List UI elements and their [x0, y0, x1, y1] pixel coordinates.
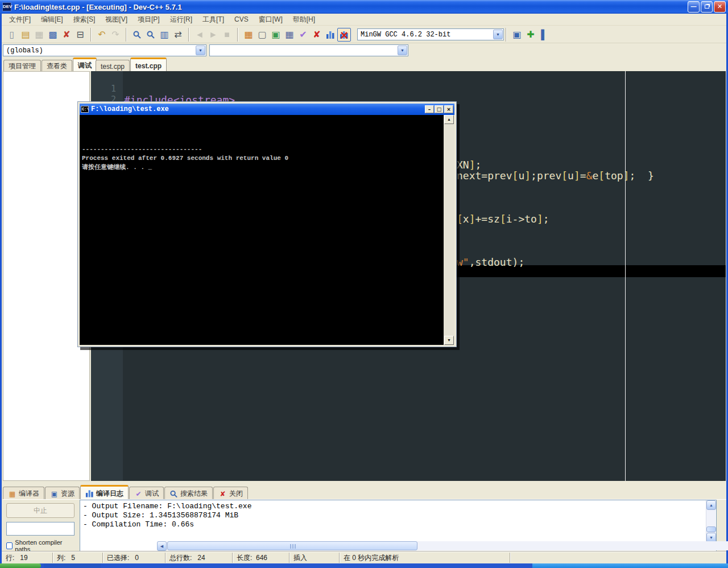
toolbar: ▯▤▦▩✘⊟ ↶↷ ▥⇄ ◄►■ ▦▢▣▦✔✘ MinGW GCC 4.6.2 … — [2, 26, 726, 43]
tab-close-panel[interactable]: ✘ 关闭 — [213, 487, 248, 499]
console-window[interactable]: C:\ F:\loading\test.exe – □ × ----------… — [77, 101, 457, 347]
back-icon[interactable]: ◄ — [193, 28, 206, 42]
open-file-icon[interactable]: ▤ — [19, 28, 32, 42]
window-title: F:\loading\test.cpp - [Executing] - Dev-… — [14, 3, 182, 11]
status-segment: 行: 19 — [2, 553, 53, 563]
scroll-up-icon[interactable]: ▲ — [444, 115, 454, 124]
code-line: 2 #include<cstdio> — [91, 84, 165, 94]
chevron-down-icon[interactable]: ▼ — [493, 30, 503, 39]
console-title-bar[interactable]: C:\ F:\loading\test.exe – □ × — [80, 104, 454, 115]
console-line: Process exited after 0.6927 seconds with… — [82, 154, 288, 163]
status-segment: 插入 — [289, 553, 340, 563]
devcpp-window: DEV F:\loading\test.cpp - [Executing] - … — [0, 0, 728, 563]
undo-icon[interactable]: ↶ — [95, 28, 109, 42]
menu-item[interactable]: 窗口[W] — [254, 14, 288, 26]
menu-item[interactable]: 搜索[S] — [68, 14, 101, 26]
console-close-button[interactable]: × — [444, 105, 453, 113]
console-line: 请按任意键继续. . . _ — [82, 163, 288, 172]
syntax-check-icon[interactable]: ✔ — [296, 28, 310, 42]
print-icon[interactable]: ⊟ — [73, 28, 87, 42]
tab-class-browser[interactable]: 查看类 — [42, 60, 72, 71]
compiler-select[interactable]: MinGW GCC 4.6.2 32-bit ▼ — [357, 28, 504, 40]
console-minimize-button[interactable]: – — [425, 105, 434, 113]
title-bar[interactable]: DEV F:\loading\test.cpp - [Executing] - … — [0, 0, 728, 14]
tab-debug-bottom[interactable]: ✔ 调试 — [129, 487, 164, 499]
tab-file-test-cpp-2[interactable]: test.cpp — [130, 57, 167, 71]
tab-search-results[interactable]: 搜索结果 — [164, 487, 213, 499]
profile-icon[interactable] — [324, 28, 337, 42]
tab-resources[interactable]: ▣ 资源 — [45, 487, 80, 499]
left-panel-tabs: 项目管理查看类调试 — [3, 57, 97, 71]
chevron-down-icon[interactable]: ▼ — [398, 46, 407, 55]
swap-header-source-icon[interactable]: ⇄ — [171, 28, 185, 42]
save-all-icon[interactable]: ▩ — [46, 28, 60, 42]
find-icon[interactable] — [130, 28, 144, 42]
compile-log-output: - Output Filename: F:\loading\test.exe- … — [80, 500, 717, 551]
compile-and-run-icon[interactable]: ▣ — [269, 28, 283, 42]
minimize-button[interactable]: — — [688, 1, 700, 13]
save-file-icon[interactable]: ▦ — [32, 28, 46, 42]
bottom-panel-tabs: ▦ 编译器 ▣ 资源 编译日志 ✔ 调试 搜索结果 ✘ 关闭 — [3, 485, 726, 499]
tab-compiler[interactable]: ▦ 编译器 — [3, 487, 44, 499]
menu-item[interactable]: CVS — [229, 14, 254, 24]
scroll-up-icon[interactable]: ▲ — [706, 500, 716, 510]
log-vertical-scrollbar[interactable]: ▲ ▼ — [706, 500, 715, 542]
toolbar-separator — [126, 28, 127, 42]
add-icon[interactable]: ✚ — [524, 28, 537, 42]
menu-item[interactable]: 运行[R] — [165, 14, 197, 26]
close-button[interactable]: ✕ — [714, 1, 726, 13]
redo-icon[interactable]: ↷ — [109, 28, 122, 42]
taskbar-segment — [44, 563, 101, 568]
taskbar-active-task[interactable] — [532, 563, 728, 568]
abort-button[interactable]: 中止 — [6, 503, 75, 518]
toolbar-separator — [90, 28, 92, 42]
symbol-nav-row: (globals) ▼ ▼ — [2, 44, 726, 58]
log-line: - Output Filename: F:\loading\test.exe — [83, 502, 713, 511]
compile-icon[interactable]: ▦ — [242, 28, 255, 42]
console-scrollbar[interactable]: ▲ ▼ — [444, 115, 454, 345]
tab-compile-log[interactable]: 编译日志 — [80, 485, 129, 499]
replace-icon[interactable]: ▥ — [158, 28, 171, 42]
find-in-files-icon[interactable] — [144, 28, 158, 42]
app-icon: DEV — [2, 2, 11, 11]
globals-select[interactable]: (globals) ▼ — [3, 44, 206, 56]
scroll-down-icon[interactable]: ▼ — [444, 336, 454, 345]
scrollbar-thumb[interactable] — [167, 541, 417, 550]
thumb-grip — [290, 544, 296, 549]
rebuild-all-icon[interactable]: ▦ — [283, 28, 296, 42]
menu-item[interactable]: 帮助[H] — [288, 14, 320, 26]
code-fragment: [x]+=sz[i->to]; — [457, 213, 549, 224]
close-file-icon[interactable]: ✘ — [60, 28, 73, 42]
compile-log-panel: 中止 Shorten compiler paths - Output Filen… — [3, 499, 726, 551]
start-button[interactable] — [0, 563, 41, 568]
code-fragment: w",stdout); — [457, 257, 524, 267]
tab-debug[interactable]: 调试 — [73, 57, 97, 71]
tab-file-test-cpp-1[interactable]: test.cpp — [96, 60, 130, 71]
log-horizontal-scrollbar[interactable]: ◀ ▶ — [157, 541, 728, 550]
delete-profiling-icon[interactable] — [337, 28, 351, 42]
progress-box — [6, 522, 75, 536]
tab-project-manager[interactable]: 项目管理 — [3, 60, 41, 71]
scrollbar-thumb[interactable] — [706, 526, 716, 532]
run-icon[interactable]: ▢ — [255, 28, 269, 42]
stop-execution-icon[interactable]: ■ — [220, 28, 234, 42]
chevron-down-icon[interactable]: ▼ — [196, 46, 205, 55]
menu-item[interactable]: 项目[P] — [133, 14, 165, 26]
restore-button[interactable] — [701, 1, 713, 13]
console-maximize-button[interactable]: □ — [435, 105, 444, 113]
code-report-icon[interactable]: ▌ — [537, 28, 551, 42]
menu-item[interactable]: 工具[T] — [197, 14, 229, 26]
forward-icon[interactable]: ► — [206, 28, 220, 42]
tabs-row: 项目管理查看类调试 test.cpptest.cpp — [2, 58, 726, 71]
new-file-icon[interactable]: ▯ — [5, 28, 19, 42]
shorten-paths-checkbox[interactable] — [6, 542, 13, 549]
menu-item[interactable]: 编辑[E] — [36, 14, 68, 26]
menu-item[interactable]: 视图[V] — [100, 14, 133, 26]
members-select[interactable]: ▼ — [209, 44, 408, 56]
window-output-icon[interactable]: ▣ — [510, 28, 524, 42]
log-line: - Output Size: 1.34513568878174 MiB — [83, 511, 713, 520]
scroll-left-icon[interactable]: ◀ — [157, 541, 167, 551]
menu-item[interactable]: 文件[F] — [4, 14, 36, 26]
clean-icon[interactable]: ✘ — [310, 28, 324, 42]
windows-taskbar[interactable] — [0, 563, 728, 568]
